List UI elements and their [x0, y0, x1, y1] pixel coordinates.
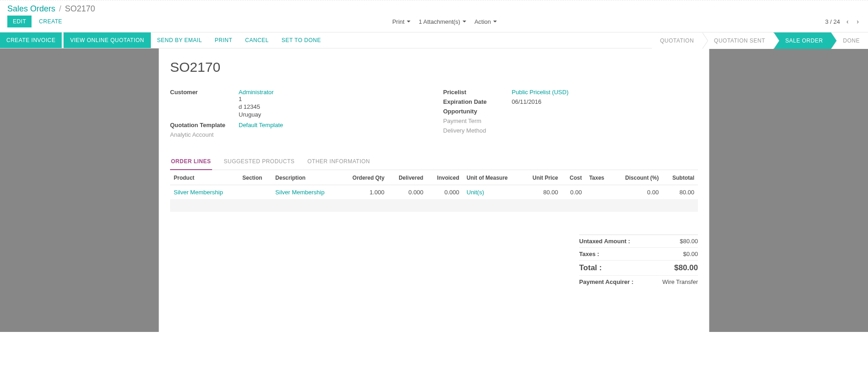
quotation-template-link[interactable]: Default Template	[239, 122, 425, 128]
col-discount[interactable]: Discount (%)	[613, 170, 663, 185]
line-subtotal: 80.00	[662, 185, 698, 200]
customer-label: Customer	[170, 89, 239, 119]
line-product[interactable]: Silver Membership	[174, 189, 223, 196]
line-taxes	[586, 185, 613, 200]
customer-country: Uruguay	[239, 111, 425, 118]
pricelist-link[interactable]: Public Pricelist (USD)	[512, 89, 698, 96]
status-quotation-sent-label: QUOTATION SENT	[714, 37, 765, 44]
print-button[interactable]: PRINT	[208, 32, 239, 48]
view-online-quotation-button[interactable]: VIEW ONLINE QUOTATION	[64, 32, 150, 48]
totals: Untaxed Amount : $80.00 Taxes : $0.00 To…	[579, 235, 698, 288]
analytic-account-label: Analytic Account	[170, 131, 239, 138]
pricelist-label: Pricelist	[443, 89, 512, 96]
action-dropdown-label: Action	[474, 18, 491, 25]
print-dropdown-label: Print	[392, 18, 405, 25]
col-unit-price[interactable]: Unit Price	[522, 170, 562, 185]
breadcrumb: Sales Orders / SO2170	[7, 0, 95, 14]
line-ordered: 1.000	[341, 185, 389, 200]
expiration-value: 06/11/2016	[512, 98, 698, 105]
set-to-done-button[interactable]: SET TO DONE	[275, 32, 327, 48]
line-description[interactable]: Silver Membership	[275, 189, 325, 196]
pager-text: 3 / 24	[825, 18, 840, 25]
tab-other-information[interactable]: OTHER INFORMATION	[307, 155, 371, 170]
print-dropdown[interactable]: Print	[392, 18, 410, 25]
delivery-method-label: Delivery Method	[443, 127, 512, 134]
breadcrumb-current: SO2170	[65, 4, 95, 14]
delivery-method-value	[512, 127, 698, 134]
order-lines-table: Product Section Description Ordered Qty …	[170, 170, 698, 212]
status-quotation-sent[interactable]: QUOTATION SENT	[702, 32, 773, 49]
payment-term-value	[512, 118, 698, 124]
untaxed-value: $80.00	[666, 238, 698, 245]
create-invoice-button[interactable]: CREATE INVOICE	[0, 32, 62, 48]
edit-button[interactable]: EDIT	[7, 16, 32, 27]
send-by-email-button[interactable]: SEND BY EMAIL	[151, 32, 208, 48]
status-done-label: DONE	[843, 37, 860, 44]
status-sale-order-label: SALE ORDER	[785, 37, 823, 44]
payment-acquirer-label: Payment Acquirer :	[579, 278, 634, 285]
col-subtotal[interactable]: Subtotal	[662, 170, 698, 185]
create-button[interactable]: CREATE	[37, 16, 64, 27]
breadcrumb-root[interactable]: Sales Orders	[7, 4, 55, 14]
analytic-account-value	[239, 131, 425, 138]
col-ordered[interactable]: Ordered Qty	[341, 170, 389, 185]
col-cost[interactable]: Cost	[562, 170, 586, 185]
tab-order-lines[interactable]: ORDER LINES	[170, 155, 212, 170]
record-title: SO2170	[170, 59, 698, 75]
line-delivered: 0.000	[388, 185, 427, 200]
total-value: $80.00	[666, 263, 698, 272]
form-sheet: SO2170 Customer Administrator 1 d 12345 …	[159, 48, 709, 332]
untaxed-label: Untaxed Amount :	[579, 238, 630, 245]
col-uom[interactable]: Unit of Measure	[463, 170, 522, 185]
taxes-value: $0.00	[666, 251, 698, 257]
col-taxes[interactable]: Taxes	[586, 170, 613, 185]
col-description[interactable]: Description	[272, 170, 340, 185]
line-invoiced: 0.000	[427, 185, 463, 200]
col-product[interactable]: Product	[170, 170, 239, 185]
caret-down-icon	[463, 21, 466, 22]
action-dropdown[interactable]: Action	[474, 18, 497, 25]
attachments-dropdown-label: 1 Attachment(s)	[419, 18, 460, 25]
pager-prev-button[interactable]: ‹	[845, 17, 851, 26]
payment-term-label: Payment Term	[443, 118, 512, 124]
line-section	[239, 185, 272, 200]
status-bar: QUOTATION QUOTATION SENT SALE ORDER DONE	[652, 32, 868, 48]
breadcrumb-sep: /	[59, 4, 61, 14]
empty-row	[170, 200, 698, 212]
tab-suggested-products[interactable]: SUGGESTED PRODUCTS	[223, 155, 296, 170]
table-row[interactable]: Silver Membership Silver Membership 1.00…	[170, 185, 698, 200]
status-sale-order[interactable]: SALE ORDER	[773, 32, 831, 49]
customer-addr-1: 1	[239, 96, 425, 102]
caret-down-icon	[493, 21, 497, 22]
line-discount: 0.00	[613, 185, 663, 200]
cancel-button[interactable]: CANCEL	[239, 32, 275, 48]
col-delivered[interactable]: Delivered	[388, 170, 427, 185]
expiration-label: Expiration Date	[443, 98, 512, 105]
taxes-label: Taxes :	[579, 251, 599, 257]
customer-addr-2: d 12345	[239, 103, 425, 110]
opportunity-value	[512, 108, 698, 115]
tabs: ORDER LINES SUGGESTED PRODUCTS OTHER INF…	[170, 155, 698, 170]
pager-next-button[interactable]: ›	[855, 17, 861, 26]
attachments-dropdown[interactable]: 1 Attachment(s)	[419, 18, 466, 25]
total-label: Total :	[579, 263, 602, 272]
opportunity-label: Opportunity	[443, 108, 512, 115]
col-section[interactable]: Section	[239, 170, 272, 185]
line-unit-price: 80.00	[522, 185, 562, 200]
status-quotation-label: QUOTATION	[660, 37, 694, 44]
customer-link[interactable]: Administrator	[239, 89, 425, 96]
col-invoiced[interactable]: Invoiced	[427, 170, 463, 185]
caret-down-icon	[407, 21, 410, 22]
quotation-template-label: Quotation Template	[170, 122, 239, 128]
payment-acquirer-value: Wire Transfer	[662, 278, 698, 285]
line-cost: 0.00	[562, 185, 586, 200]
line-uom[interactable]: Unit(s)	[467, 189, 484, 196]
status-quotation[interactable]: QUOTATION	[652, 32, 702, 49]
